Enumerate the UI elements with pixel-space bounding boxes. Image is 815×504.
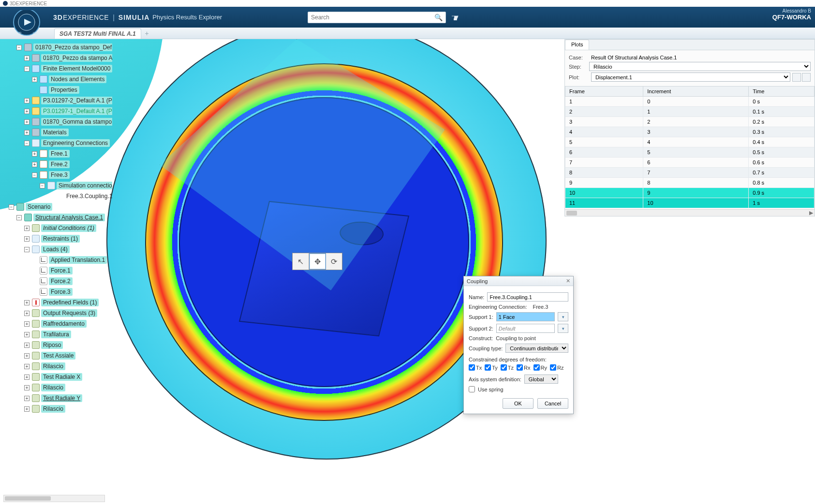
dof-tz-checkbox[interactable] [501,364,507,371]
col-frame[interactable]: Frame [565,86,643,97]
tree-node[interactable]: Force.3 [0,287,111,297]
table-row[interactable]: 100 s [565,97,815,107]
tree-node[interactable]: +Riposo [0,340,111,350]
search-input[interactable] [311,14,434,21]
tree-node[interactable]: +Test Radiale X [0,372,111,382]
dialog-titlebar[interactable]: Coupling ✕ [464,276,573,286]
select-tool-icon[interactable]: ↖ [293,253,309,270]
expand-icon[interactable]: + [24,98,30,103]
expand-icon[interactable]: + [24,130,30,135]
search-box[interactable]: 🔍 [308,12,446,23]
plot-select[interactable]: Displacement.1 [591,72,790,82]
expand-icon[interactable]: + [32,162,37,167]
compass-icon[interactable]: 3D V.R [5,10,48,39]
expand-icon[interactable]: + [24,364,30,369]
dof-tz[interactable]: Tz [501,364,514,371]
tree-node[interactable]: +Rilascio [0,382,111,393]
coupling-type-select[interactable]: Continuum distributing [505,344,568,353]
collapse-icon[interactable]: − [32,173,37,178]
search-icon[interactable]: 🔍 [434,14,443,21]
tree-node[interactable]: Force.2 [0,276,111,287]
expand-icon[interactable]: + [24,332,30,337]
expand-icon[interactable]: + [24,236,30,242]
tree-node[interactable]: +Rilascio [0,403,111,414]
pan-tool-icon[interactable]: ✥ [309,253,326,270]
table-row[interactable]: 320.2 s [565,117,815,127]
dof-ty[interactable]: Ty [485,364,498,371]
table-row[interactable]: 11101 s [565,198,815,208]
tree-node[interactable]: Applied Translation.1 [0,255,111,265]
tree-node[interactable]: +P3.01297-2_Default A.1 (P [0,95,111,106]
collapse-icon[interactable]: − [16,215,22,220]
plot-refresh-icon[interactable] [802,73,811,82]
expand-icon[interactable]: + [24,396,30,401]
ok-button[interactable]: OK [503,398,533,409]
document-tab[interactable]: SGA TEST2 Multi FINAL A.1 [54,29,141,39]
expand-icon[interactable]: + [32,151,37,157]
support2-field[interactable] [496,324,555,333]
support1-field[interactable] [496,312,555,321]
expand-icon[interactable]: + [24,109,30,114]
cancel-button[interactable]: Cancel [537,398,568,409]
dof-rz[interactable]: Rz [550,364,563,371]
tree-node[interactable]: Free.3.Coupling.1 [0,191,111,202]
tree-node[interactable]: +01870_Gomma da stampo [0,116,111,127]
tree-node[interactable]: +Test Radiale Y [0,393,111,403]
expand-icon[interactable]: + [24,385,30,390]
tree-node[interactable]: −Free.3 [0,170,111,180]
plot-options-icon[interactable] [792,73,801,82]
axis-select[interactable]: Global [524,374,558,384]
collapse-icon[interactable]: − [16,45,22,50]
tree-node[interactable]: Properties [0,85,111,95]
tree-node[interactable]: +Materials [0,127,111,138]
tree-scrollbar[interactable] [3,495,105,502]
tree-node[interactable]: −Structural Analysis Case.1 [0,212,111,223]
tree-node[interactable]: −Simulation connectio [0,180,111,191]
dof-rz-checkbox[interactable] [550,364,556,371]
table-row[interactable]: 870.7 s [565,168,815,178]
expand-icon[interactable]: + [24,343,30,348]
tree-node[interactable]: −Scenario [0,202,111,212]
table-row[interactable]: 210.1 s [565,107,815,117]
expand-icon[interactable]: + [24,374,30,380]
tree-node[interactable]: +Nodes and Elements [0,74,111,85]
support2-dropdown-icon[interactable]: ▾ [558,324,568,333]
collapse-icon[interactable]: − [24,247,30,252]
table-row[interactable]: 1090.9 s [565,188,815,198]
table-row[interactable]: 650.5 s [565,147,815,158]
expand-icon[interactable]: + [32,77,37,82]
dof-ry-checkbox[interactable] [533,364,540,371]
col-increment[interactable]: Increment [643,86,749,97]
dof-tx[interactable]: Tx [469,364,482,371]
expand-icon[interactable]: + [24,300,30,305]
col-time[interactable]: Time [749,86,815,97]
tree-node[interactable]: Force.1 [0,265,111,276]
tree-node[interactable]: −Finite Element Model0000 [0,63,111,74]
collapse-icon[interactable]: − [40,183,45,188]
plots-scrollbar[interactable]: ◀ ▶ [565,209,815,216]
tree-node[interactable]: +Raffreddamento [0,318,111,329]
tree-node[interactable]: +01870_Pezzo da stampo A [0,53,111,63]
tree-node[interactable]: +Predefined Fields (1) [0,297,111,308]
close-icon[interactable]: ✕ [566,278,570,284]
expand-icon[interactable]: + [24,321,30,327]
tab-plots[interactable]: Plots [565,40,589,50]
dof-rx-checkbox[interactable] [517,364,523,371]
tree-node[interactable]: +P3.01297-1_Default A.1 (P [0,106,111,116]
dof-ry[interactable]: Ry [533,364,547,371]
table-row[interactable]: 430.3 s [565,127,815,137]
table-row[interactable]: 760.6 s [565,158,815,168]
dof-tx-checkbox[interactable] [469,364,475,371]
expand-icon[interactable]: + [24,226,30,231]
spec-tree[interactable]: −01870_Pezzo da stampo_Def+01870_Pezzo d… [0,39,111,414]
tree-node[interactable]: +Rilascio [0,361,111,372]
table-row[interactable]: 540.4 s [565,137,815,147]
table-row[interactable]: 980.8 s [565,178,815,188]
dof-rx[interactable]: Rx [517,364,530,371]
expand-icon[interactable]: + [24,353,30,359]
tree-node[interactable]: +Trafilatura [0,329,111,340]
use-spring-checkbox[interactable] [469,386,475,392]
tree-node[interactable]: −Loads (4) [0,244,111,255]
tree-node[interactable]: +Free.2 [0,159,111,170]
expand-icon[interactable]: + [24,406,30,412]
